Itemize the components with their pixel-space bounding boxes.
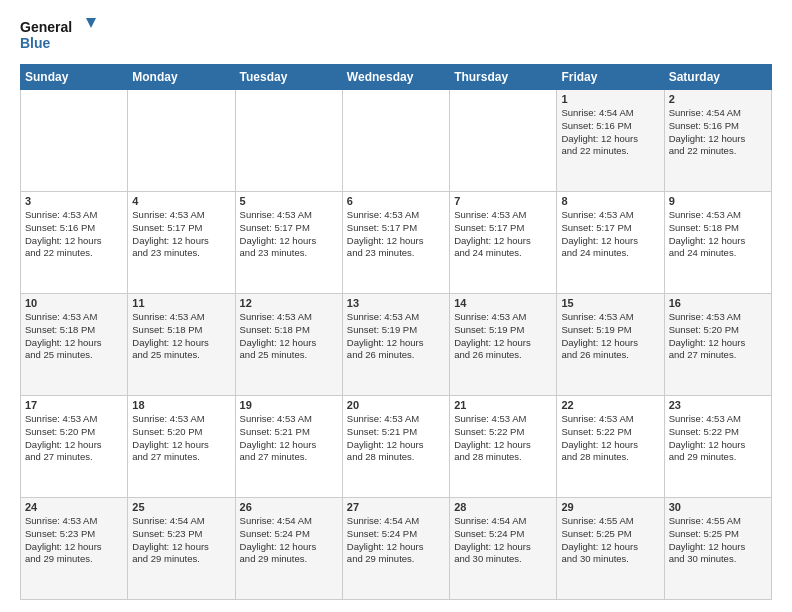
calendar-cell: 26Sunrise: 4:54 AM Sunset: 5:24 PM Dayli… [235,498,342,600]
day-number: 25 [132,501,230,513]
day-info: Sunrise: 4:53 AM Sunset: 5:19 PM Dayligh… [347,311,445,362]
day-info: Sunrise: 4:53 AM Sunset: 5:23 PM Dayligh… [25,515,123,566]
logo: General Blue [20,16,100,54]
day-info: Sunrise: 4:54 AM Sunset: 5:24 PM Dayligh… [347,515,445,566]
day-info: Sunrise: 4:53 AM Sunset: 5:20 PM Dayligh… [669,311,767,362]
svg-text:Blue: Blue [20,35,51,51]
day-number: 19 [240,399,338,411]
day-number: 15 [561,297,659,309]
calendar-cell: 8Sunrise: 4:53 AM Sunset: 5:17 PM Daylig… [557,192,664,294]
weekday-header: Thursday [450,65,557,90]
weekday-header: Saturday [664,65,771,90]
calendar-table: SundayMondayTuesdayWednesdayThursdayFrid… [20,64,772,600]
calendar-week-row: 10Sunrise: 4:53 AM Sunset: 5:18 PM Dayli… [21,294,772,396]
day-info: Sunrise: 4:53 AM Sunset: 5:18 PM Dayligh… [132,311,230,362]
day-number: 9 [669,195,767,207]
day-number: 14 [454,297,552,309]
day-number: 12 [240,297,338,309]
calendar-cell [21,90,128,192]
svg-marker-2 [86,18,96,28]
calendar-week-row: 1Sunrise: 4:54 AM Sunset: 5:16 PM Daylig… [21,90,772,192]
calendar-cell [450,90,557,192]
weekday-header: Friday [557,65,664,90]
calendar-cell: 28Sunrise: 4:54 AM Sunset: 5:24 PM Dayli… [450,498,557,600]
calendar-cell: 22Sunrise: 4:53 AM Sunset: 5:22 PM Dayli… [557,396,664,498]
calendar-week-row: 3Sunrise: 4:53 AM Sunset: 5:16 PM Daylig… [21,192,772,294]
day-info: Sunrise: 4:55 AM Sunset: 5:25 PM Dayligh… [561,515,659,566]
day-number: 11 [132,297,230,309]
calendar-cell: 3Sunrise: 4:53 AM Sunset: 5:16 PM Daylig… [21,192,128,294]
page: General Blue SundayMondayTuesdayWednesda… [0,0,792,612]
weekday-header: Wednesday [342,65,449,90]
calendar-cell [235,90,342,192]
day-number: 22 [561,399,659,411]
day-number: 8 [561,195,659,207]
calendar-cell: 27Sunrise: 4:54 AM Sunset: 5:24 PM Dayli… [342,498,449,600]
day-info: Sunrise: 4:55 AM Sunset: 5:25 PM Dayligh… [669,515,767,566]
day-info: Sunrise: 4:53 AM Sunset: 5:20 PM Dayligh… [132,413,230,464]
day-info: Sunrise: 4:54 AM Sunset: 5:16 PM Dayligh… [669,107,767,158]
calendar-cell: 12Sunrise: 4:53 AM Sunset: 5:18 PM Dayli… [235,294,342,396]
day-info: Sunrise: 4:53 AM Sunset: 5:18 PM Dayligh… [240,311,338,362]
day-number: 1 [561,93,659,105]
calendar-cell: 14Sunrise: 4:53 AM Sunset: 5:19 PM Dayli… [450,294,557,396]
day-info: Sunrise: 4:53 AM Sunset: 5:17 PM Dayligh… [454,209,552,260]
day-number: 16 [669,297,767,309]
day-info: Sunrise: 4:54 AM Sunset: 5:24 PM Dayligh… [454,515,552,566]
day-number: 5 [240,195,338,207]
day-number: 2 [669,93,767,105]
svg-text:General: General [20,19,72,35]
day-info: Sunrise: 4:53 AM Sunset: 5:21 PM Dayligh… [240,413,338,464]
calendar-cell: 18Sunrise: 4:53 AM Sunset: 5:20 PM Dayli… [128,396,235,498]
calendar-cell: 4Sunrise: 4:53 AM Sunset: 5:17 PM Daylig… [128,192,235,294]
calendar-cell: 20Sunrise: 4:53 AM Sunset: 5:21 PM Dayli… [342,396,449,498]
calendar-cell: 5Sunrise: 4:53 AM Sunset: 5:17 PM Daylig… [235,192,342,294]
day-number: 4 [132,195,230,207]
calendar-cell [128,90,235,192]
calendar-cell: 23Sunrise: 4:53 AM Sunset: 5:22 PM Dayli… [664,396,771,498]
day-info: Sunrise: 4:53 AM Sunset: 5:17 PM Dayligh… [347,209,445,260]
day-info: Sunrise: 4:53 AM Sunset: 5:19 PM Dayligh… [561,311,659,362]
day-info: Sunrise: 4:53 AM Sunset: 5:19 PM Dayligh… [454,311,552,362]
day-number: 23 [669,399,767,411]
logo-svg: General Blue [20,16,100,54]
calendar-cell: 16Sunrise: 4:53 AM Sunset: 5:20 PM Dayli… [664,294,771,396]
calendar-cell: 13Sunrise: 4:53 AM Sunset: 5:19 PM Dayli… [342,294,449,396]
calendar-cell: 7Sunrise: 4:53 AM Sunset: 5:17 PM Daylig… [450,192,557,294]
day-number: 6 [347,195,445,207]
day-number: 26 [240,501,338,513]
day-info: Sunrise: 4:53 AM Sunset: 5:22 PM Dayligh… [454,413,552,464]
calendar-cell: 24Sunrise: 4:53 AM Sunset: 5:23 PM Dayli… [21,498,128,600]
day-info: Sunrise: 4:53 AM Sunset: 5:18 PM Dayligh… [25,311,123,362]
day-number: 7 [454,195,552,207]
day-info: Sunrise: 4:53 AM Sunset: 5:20 PM Dayligh… [25,413,123,464]
calendar-cell: 1Sunrise: 4:54 AM Sunset: 5:16 PM Daylig… [557,90,664,192]
day-number: 28 [454,501,552,513]
calendar-cell: 29Sunrise: 4:55 AM Sunset: 5:25 PM Dayli… [557,498,664,600]
calendar-week-row: 17Sunrise: 4:53 AM Sunset: 5:20 PM Dayli… [21,396,772,498]
calendar-week-row: 24Sunrise: 4:53 AM Sunset: 5:23 PM Dayli… [21,498,772,600]
calendar-cell [342,90,449,192]
day-number: 29 [561,501,659,513]
day-info: Sunrise: 4:53 AM Sunset: 5:17 PM Dayligh… [240,209,338,260]
day-info: Sunrise: 4:53 AM Sunset: 5:17 PM Dayligh… [132,209,230,260]
day-info: Sunrise: 4:54 AM Sunset: 5:24 PM Dayligh… [240,515,338,566]
weekday-header-row: SundayMondayTuesdayWednesdayThursdayFrid… [21,65,772,90]
day-info: Sunrise: 4:53 AM Sunset: 5:17 PM Dayligh… [561,209,659,260]
day-number: 21 [454,399,552,411]
calendar-cell: 21Sunrise: 4:53 AM Sunset: 5:22 PM Dayli… [450,396,557,498]
day-number: 3 [25,195,123,207]
calendar-cell: 10Sunrise: 4:53 AM Sunset: 5:18 PM Dayli… [21,294,128,396]
day-number: 17 [25,399,123,411]
day-info: Sunrise: 4:54 AM Sunset: 5:16 PM Dayligh… [561,107,659,158]
day-number: 27 [347,501,445,513]
weekday-header: Monday [128,65,235,90]
day-number: 10 [25,297,123,309]
day-number: 20 [347,399,445,411]
day-info: Sunrise: 4:53 AM Sunset: 5:16 PM Dayligh… [25,209,123,260]
day-number: 13 [347,297,445,309]
calendar-cell: 15Sunrise: 4:53 AM Sunset: 5:19 PM Dayli… [557,294,664,396]
weekday-header: Tuesday [235,65,342,90]
day-number: 18 [132,399,230,411]
calendar-cell: 30Sunrise: 4:55 AM Sunset: 5:25 PM Dayli… [664,498,771,600]
